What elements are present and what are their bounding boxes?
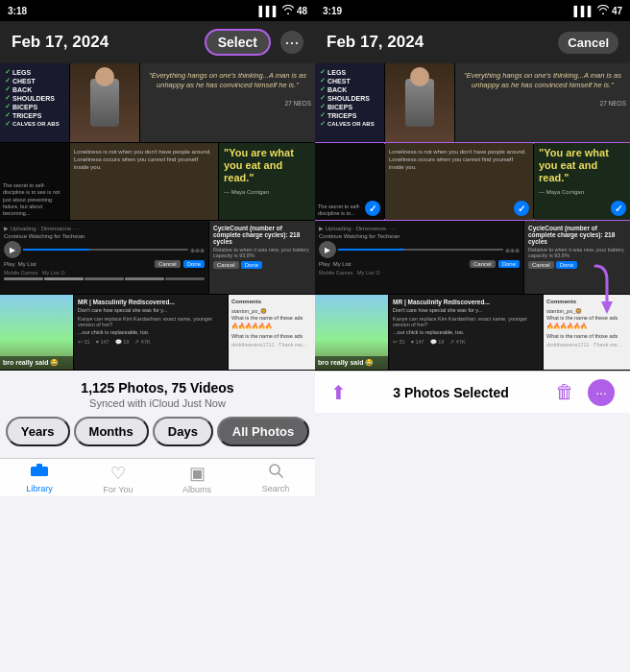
check-1: ✓: [365, 201, 380, 216]
loneliness-cell[interactable]: The secret to self-discipline is to see …: [0, 143, 69, 220]
battery-right: 47: [612, 6, 622, 16]
tab-foryou-label: For You: [103, 485, 133, 494]
photo-count: 1,125 Photos, 75 Videos: [0, 380, 315, 396]
tab-albums-label: Albums: [182, 485, 211, 494]
tab-search-label: Search: [262, 484, 290, 493]
svg-marker-4: [601, 301, 613, 314]
header-right-left: Select ···: [205, 29, 303, 56]
masculinity-cell[interactable]: MR | Masculinity Rediscovered... Don't c…: [74, 295, 228, 370]
wifi-icon-right: [597, 5, 609, 16]
foryou-icon: ♡: [110, 463, 126, 484]
pill-days[interactable]: Days: [153, 417, 213, 446]
header-bar-left: Feb 17, 2024 Select ···: [0, 21, 315, 63]
man-cell-1-r[interactable]: [385, 63, 454, 142]
purple-arrow: [567, 261, 615, 323]
more-btn[interactable]: ···: [588, 379, 615, 406]
grid-row-1-left: ✓LEGS ✓CHEST ✓BACK ✓SHOULDERS ✓BICEPS ✓T…: [0, 63, 315, 142]
you-are-text: "You are what you eat and read.": [219, 143, 315, 189]
pill-all-photos[interactable]: All Photos: [217, 417, 309, 446]
status-icons-right: ▌▌▌ 47: [574, 5, 622, 16]
trash-btn[interactable]: 🗑: [555, 381, 574, 403]
loneliness-quote-cell[interactable]: Loneliness is not when you don't have pe…: [70, 143, 218, 220]
tab-library-label: Library: [26, 484, 53, 493]
albums-icon: ▣: [189, 463, 206, 484]
you-are-cell-r[interactable]: "You are what you eat and read." — Maya …: [534, 143, 630, 220]
loneliness-text: Loneliness is not when you don't have pe…: [70, 143, 218, 177]
video-cell[interactable]: ▶ Uploading · Dimensions · ··· Continue …: [0, 221, 208, 294]
grid-row-1-right: ✓LEGS ✓CHEST ✓BACK ✓SHOULDERS ✓BICEPS ✓T…: [315, 63, 630, 142]
check-3: ✓: [611, 201, 626, 216]
select-button[interactable]: Select: [205, 29, 271, 56]
share-btn[interactable]: ⬆: [330, 381, 347, 404]
bro-cell[interactable]: bro really said 😂: [0, 295, 73, 370]
pill-years[interactable]: Years: [6, 417, 70, 446]
library-icon: [30, 463, 49, 483]
pill-months[interactable]: Months: [74, 417, 149, 446]
bro-cell-r[interactable]: bro really said 😂: [315, 295, 388, 370]
sync-text: Synced with iCloud Just Now: [0, 397, 315, 409]
dots-button-left[interactable]: ···: [280, 31, 303, 54]
comments-cell[interactable]: Comments stanton_po_🦁What is the name of…: [229, 295, 315, 370]
maya-sig: — Maya Corrigan: [219, 189, 315, 195]
man-cell-1[interactable]: [70, 63, 139, 142]
masculinity-cell-r[interactable]: MR | Masculinity Rediscovered... Don't c…: [389, 295, 543, 370]
video-cell-r[interactable]: ▶ Uploading · Dimensions · ··· Continue …: [315, 221, 523, 294]
header-bar-right: Feb 17, 2024 Cancel: [315, 21, 630, 63]
signal-icon-left: ▌▌▌: [259, 6, 279, 16]
wifi-icon-left: [282, 5, 294, 16]
grid-row-3-left: ▶ Uploading · Dimensions · ··· Continue …: [0, 221, 315, 294]
photo-grid-right: ✓LEGS ✓CHEST ✓BACK ✓SHOULDERS ✓BICEPS ✓T…: [315, 63, 630, 371]
workout-cell-r[interactable]: ✓LEGS ✓CHEST ✓BACK ✓SHOULDERS ✓BICEPS ✓T…: [315, 63, 384, 142]
signal-icon-right: ▌▌▌: [574, 6, 594, 16]
header-date-right: Feb 17, 2024: [327, 33, 424, 52]
time-right: 3:19: [323, 6, 342, 16]
status-bar-right: 3:19 ▌▌▌ 47: [315, 0, 630, 21]
svg-line-3: [279, 473, 282, 477]
tab-for-you[interactable]: ♡ For You: [79, 463, 158, 494]
search-icon: [268, 463, 283, 483]
quote-attr-1: 27 NEOS: [140, 98, 315, 108]
quote-cell-1[interactable]: "Everything hangs on one's thinking...A …: [140, 63, 315, 142]
bar-actions: 🗑 ···: [555, 379, 615, 406]
quote-cell-1-r[interactable]: "Everything hangs on one's thinking...A …: [455, 63, 630, 142]
cycle-cell[interactable]: CycleCount (number of complete charge cy…: [209, 221, 315, 294]
quote-text-1: "Everything hangs on one's thinking...A …: [140, 63, 315, 98]
left-screen: 3:18 ▌▌▌ 48 Feb 17, 2024 Select ··· ✓LEG…: [0, 0, 315, 672]
workout-cell[interactable]: ✓LEGS ✓CHEST ✓BACK ✓SHOULDERS ✓BICEPS ✓T…: [0, 63, 69, 142]
you-are-cell[interactable]: "You are what you eat and read." — Maya …: [219, 143, 315, 220]
tab-albums[interactable]: ▣ Albums: [158, 463, 236, 494]
time-pills: Years Months Days All Photos: [0, 417, 315, 446]
tab-search[interactable]: Search: [236, 463, 315, 494]
tab-library[interactable]: Library: [0, 463, 79, 494]
bottom-info-left: 1,125 Photos, 75 Videos Synced with iClo…: [0, 371, 315, 458]
battery-left: 48: [297, 6, 307, 16]
svg-rect-0: [31, 467, 48, 476]
header-date-left: Feb 17, 2024: [12, 33, 109, 52]
status-icons-left: ▌▌▌ 48: [259, 5, 307, 16]
time-left: 3:18: [8, 6, 27, 16]
grid-row-2-left: The secret to self-discipline is to see …: [0, 143, 315, 220]
right-screen: 3:19 ▌▌▌ 47 Feb 17, 2024 Cancel ✓LEGS ✓C…: [315, 0, 630, 672]
photo-grid-left: ✓LEGS ✓CHEST ✓BACK ✓SHOULDERS ✓BICEPS ✓T…: [0, 63, 315, 371]
status-bar-left: 3:18 ▌▌▌ 48: [0, 0, 315, 21]
selection-bar: ⬆ 3 Photos Selected 🗑 ···: [315, 371, 630, 413]
check-2: ✓: [514, 201, 529, 216]
svg-rect-1: [36, 464, 42, 468]
grid-row-2-right: The secret to self-discipline is to... ✓…: [315, 143, 630, 220]
cancel-button-right[interactable]: Cancel: [558, 32, 618, 54]
loneliness-cell-r[interactable]: The secret to self-discipline is to... ✓: [315, 143, 384, 220]
grid-row-4-left: bro really said 😂 MR | Masculinity Redis…: [0, 295, 315, 370]
tab-bar-left: Library ♡ For You ▣ Albums Search: [0, 458, 315, 496]
selected-count-text: 3 Photos Selected: [393, 385, 509, 400]
loneliness-quote-cell-r[interactable]: Loneliness is not when you don't have pe…: [385, 143, 533, 220]
